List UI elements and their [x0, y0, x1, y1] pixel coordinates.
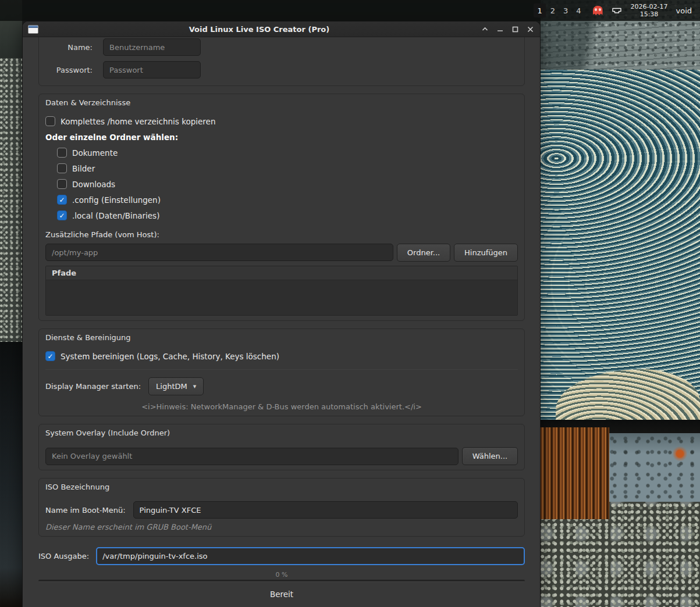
window-icon [28, 25, 38, 34]
separator [45, 369, 518, 370]
workspace-1[interactable]: 1 [534, 3, 545, 17]
wallpaper-left-dark [0, 342, 22, 607]
display-manager-label: Display Manager starten: [45, 382, 141, 391]
dokumente-label: Dokumente [72, 148, 118, 158]
progress-percent: 0 % [38, 571, 525, 579]
boot-name-row: Name im Boot-Menü: [45, 501, 518, 519]
password-row: Passwort: [39, 61, 518, 78]
local-label: .local (Daten/Binaries) [72, 211, 159, 220]
folder-checkbox-row[interactable]: ✓ Dokumente [57, 148, 518, 158]
iso-output-label: ISO Ausgabe: [38, 552, 89, 560]
iso-label-title: ISO Bezeichnung [45, 483, 518, 491]
display-manager-value: LightDM [156, 382, 187, 391]
overlay-frame: System Overlay (Include Ordner) Wählen..… [38, 424, 525, 470]
add-path-button[interactable]: Hinzufügen [454, 244, 518, 262]
folder-checkbox-row[interactable]: ✓ .local (Daten/Binaries) [57, 210, 518, 220]
clean-system-checkbox-row[interactable]: ✓ System bereinigen (Logs, Cache, Histor… [45, 351, 518, 361]
copy-home-label: Komplettes /home verzeichnis kopieren [61, 117, 215, 126]
folder-browse-button[interactable]: Ordner... [397, 244, 450, 262]
iso-output-row: ISO Ausgabe: [38, 547, 525, 565]
minimize-button[interactable] [495, 24, 504, 34]
menu-void[interactable]: void [676, 6, 692, 15]
wallpaper-bark-texture [541, 427, 609, 519]
checkmark-icon: ✓ [59, 212, 65, 219]
account-frame: Name: Passwort: [38, 30, 525, 86]
services-frame: Dienste & Bereinigung ✓ System bereinige… [38, 329, 525, 416]
data-directories-title: Daten & Verzeichnisse [45, 98, 518, 107]
extra-paths-label: Zusätzliche Pfade (vom Host): [45, 230, 518, 239]
services-title: Dienste & Bereinigung [45, 333, 518, 342]
folder-checkbox-row[interactable]: ✓ Bilder [57, 163, 518, 173]
password-label: Passwort: [39, 66, 103, 74]
local-checkbox[interactable]: ✓ [57, 210, 67, 220]
folder-checkbox-row[interactable]: ✓ .config (Einstellungen) [57, 195, 518, 205]
window-content: Name: Passwort: Daten & Verzeichnisse ✓ … [23, 30, 540, 607]
dokumente-checkbox[interactable]: ✓ [57, 148, 67, 158]
paths-list-header: Pfade [46, 266, 517, 280]
copy-home-checkbox-row[interactable]: ✓ Komplettes /home verzeichnis kopieren [45, 116, 518, 126]
downloads-checkbox[interactable]: ✓ [57, 179, 67, 189]
services-hint: <i>Hinweis: NetworkManager & D-Bus werde… [45, 402, 518, 411]
password-input[interactable] [103, 61, 201, 78]
wallpaper-left-pebbles [0, 58, 22, 343]
app-window: Void Linux Live ISO Creator (Pro) Name: [22, 21, 541, 607]
config-label: .config (Einstellungen) [72, 195, 161, 205]
display-manager-dropdown[interactable]: LightDM ▾ [148, 377, 204, 395]
extra-path-input[interactable] [45, 244, 393, 261]
iso-output-input[interactable] [96, 547, 525, 565]
clean-system-checkbox[interactable]: ✓ [45, 351, 55, 361]
paths-list: Pfade [45, 266, 518, 316]
bilder-checkbox[interactable]: ✓ [57, 163, 67, 173]
clean-system-label: System bereinigen (Logs, Cache, History,… [61, 352, 279, 361]
bilder-label: Bilder [72, 164, 95, 173]
clock[interactable]: 2026-02-17 15:38 [631, 3, 668, 18]
folder-checkbox-row[interactable]: ✓ Downloads [57, 179, 518, 189]
overlay-path-input[interactable] [45, 448, 459, 465]
extra-path-row: Ordner... Hinzufügen [45, 244, 518, 262]
username-input[interactable] [103, 38, 201, 56]
workspace-2[interactable]: 2 [547, 3, 559, 17]
grub-hint: Dieser Name erscheint im GRUB Boot-Menü [45, 523, 518, 531]
maximize-button[interactable] [510, 24, 520, 34]
boot-name-label: Name im Boot-Menü: [45, 506, 126, 515]
titlebar[interactable]: Void Linux Live ISO Creator (Pro) [23, 22, 540, 37]
boot-name-input[interactable] [133, 501, 518, 519]
clock-time: 15:38 [631, 10, 668, 18]
window-title: Void Linux Live ISO Creator (Pro) [38, 25, 480, 34]
workspace-pager: 1 2 3 4 [534, 3, 584, 17]
progress-bar [38, 580, 525, 582]
data-directories-frame: Daten & Verzeichnisse ✓ Komplettes /home… [38, 94, 525, 321]
chevron-down-icon: ▾ [193, 383, 197, 390]
copy-home-checkbox[interactable]: ✓ [45, 116, 55, 126]
network-icon[interactable] [611, 6, 623, 15]
status-text: Bereit [38, 590, 525, 599]
clock-date: 2026-02-17 [631, 3, 668, 10]
overlay-row: Wählen... [45, 447, 518, 465]
overlay-title: System Overlay (Include Ordner) [45, 429, 518, 437]
display-manager-row: Display Manager starten: LightDM ▾ [45, 377, 518, 395]
workspace-4[interactable]: 4 [573, 3, 584, 17]
wallpaper-rust-wall-texture [609, 433, 700, 502]
paths-list-body[interactable] [46, 280, 517, 315]
close-button[interactable] [525, 24, 535, 34]
checkmark-icon: ✓ [47, 353, 53, 360]
ghost-tray-icon[interactable] [593, 6, 603, 15]
iso-label-frame: ISO Bezeichnung Name im Boot-Menü: Diese… [38, 478, 525, 537]
overlay-choose-button[interactable]: Wählen... [462, 447, 518, 465]
workspace-3[interactable]: 3 [560, 3, 571, 17]
config-checkbox[interactable]: ✓ [57, 195, 67, 205]
username-label: Name: [39, 43, 103, 52]
checkmark-icon: ✓ [59, 197, 65, 203]
downloads-label: Downloads [72, 180, 115, 189]
shade-button[interactable] [480, 24, 489, 34]
username-row: Name: [39, 38, 518, 56]
taskbar: 1 2 3 4 2026-02-17 15:38 void [0, 0, 700, 21]
choose-folders-label: Oder einzelne Ordner wählen: [45, 133, 518, 142]
